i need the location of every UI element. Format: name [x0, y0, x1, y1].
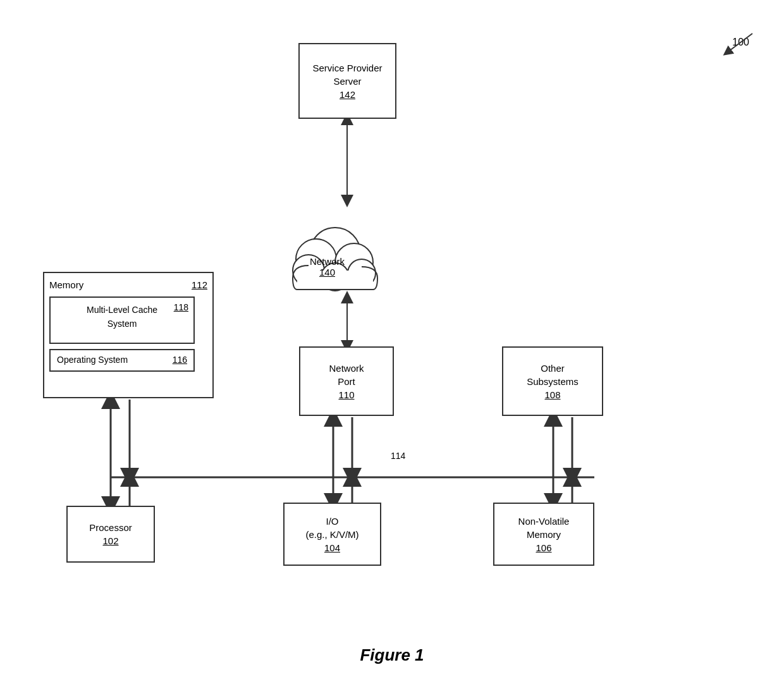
service-provider-server-box: Service ProviderServer 142 — [298, 43, 396, 119]
proc-ref: 102 — [102, 534, 118, 547]
os-label: OtherSubsystems — [527, 362, 579, 388]
np-ref: 110 — [338, 388, 354, 401]
mlcs-ref: 118 — [174, 302, 188, 314]
diagram: 100 — [0, 0, 784, 684]
np-label: NetworkPort — [329, 362, 364, 388]
memory-ref: 112 — [192, 278, 207, 291]
io-label: I/O(e.g., K/V/M) — [305, 515, 358, 541]
non-volatile-memory-box: Non-VolatileMemory 106 — [493, 503, 594, 566]
multi-level-cache-box: 118 Multi-Level CacheSystem — [49, 296, 195, 344]
memory-box: Memory 112 118 Multi-Level CacheSystem O… — [43, 272, 214, 398]
io-ref: 104 — [324, 541, 340, 554]
mlcs-label: Multi-Level CacheSystem — [87, 305, 157, 329]
network-label: Network 140 — [310, 256, 345, 278]
sps-label: Service ProviderServer — [312, 61, 382, 88]
operating-system-box: Operating System 116 — [49, 349, 195, 372]
nvm-ref: 106 — [536, 541, 551, 554]
nvm-label: Non-VolatileMemory — [518, 515, 570, 541]
processor-box: Processor 102 — [66, 506, 155, 563]
ref-100-arrow — [708, 30, 759, 56]
bus-ref-label: 114 — [391, 451, 405, 461]
memory-label: Memory — [49, 278, 83, 291]
sps-ref: 142 — [340, 88, 355, 101]
network-port-box: NetworkPort 110 — [299, 346, 394, 416]
svg-point-23 — [348, 259, 376, 287]
figure-caption: Figure 1 — [360, 645, 424, 665]
svg-line-27 — [727, 34, 752, 52]
other-subsystems-box: OtherSubsystems 108 — [502, 346, 603, 416]
opsy-label: Operating System — [57, 354, 128, 367]
opsy-ref: 116 — [173, 354, 187, 367]
proc-label: Processor — [89, 521, 132, 534]
io-box: I/O(e.g., K/V/M) 104 — [283, 503, 381, 566]
os-ref: 108 — [544, 388, 560, 401]
